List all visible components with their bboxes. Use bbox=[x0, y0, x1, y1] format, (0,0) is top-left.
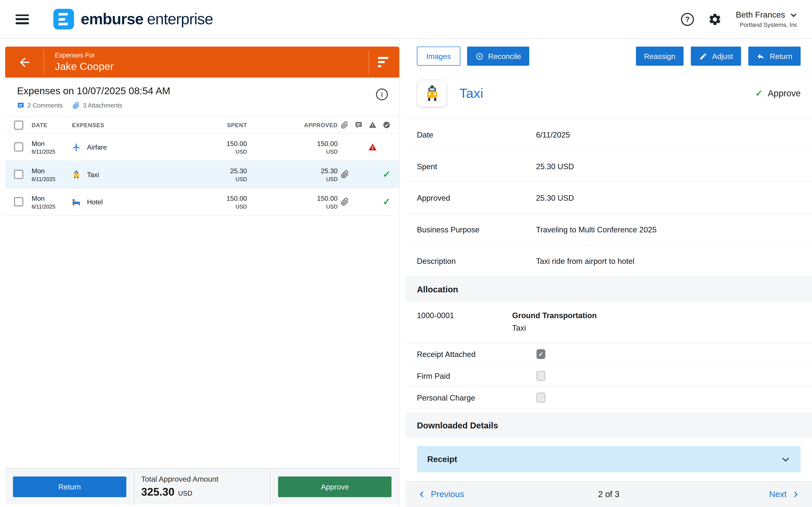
allocation-row: 1000-0001 Ground Transportation Taxi bbox=[406, 302, 812, 343]
comments-link[interactable]: 2 Comments bbox=[17, 102, 63, 109]
previous-label: Previous bbox=[431, 490, 464, 499]
receipt-expander[interactable]: Receipt bbox=[417, 446, 801, 472]
sort-filter-icon[interactable] bbox=[369, 57, 399, 67]
row-date-value: 6/11/2025 bbox=[32, 176, 72, 182]
expense-detail-header: Taxi ✓ Approve bbox=[417, 80, 801, 107]
reassign-button[interactable]: Reassign bbox=[636, 47, 683, 66]
field-label: Date bbox=[417, 130, 536, 139]
check-icon: ✓ bbox=[539, 350, 544, 358]
flag-row-personal-charge: Personal Charge bbox=[406, 387, 812, 409]
approved-check-cell: ✓ bbox=[379, 196, 394, 208]
personal-charge-checkbox[interactable] bbox=[537, 393, 545, 403]
main-content: Expenses For Jake Cooper Expenses on 10/… bbox=[0, 39, 812, 507]
expense-row-airfare[interactable]: Mon 6/11/2025 Airfare 150.00 USD 150.00 … bbox=[5, 133, 399, 161]
expense-detail-panel: Images Reconcile Reassign Adjust Return bbox=[406, 39, 812, 507]
expense-type-icon-card bbox=[417, 80, 447, 107]
approve-cell: Approve bbox=[270, 469, 399, 504]
spent-amount: 25.30 bbox=[190, 167, 247, 175]
previous-button[interactable]: Previous bbox=[418, 490, 464, 499]
next-button[interactable]: Next bbox=[769, 490, 800, 499]
adjust-button[interactable]: Adjust bbox=[691, 47, 741, 66]
flag-label: Receipt Attached bbox=[417, 350, 537, 359]
row-approved: 25.30 USD bbox=[247, 167, 338, 182]
receipt-attached-checkbox[interactable]: ✓ bbox=[537, 349, 545, 359]
field-row-description: Description Taxi ride from airport to ho… bbox=[406, 245, 812, 277]
gear-icon[interactable] bbox=[708, 12, 722, 26]
chevron-down-icon[interactable] bbox=[781, 454, 790, 464]
column-header-warning bbox=[366, 121, 379, 129]
flag-label: Personal Charge bbox=[417, 393, 537, 402]
comment-icon bbox=[355, 121, 363, 129]
total-amount-currency: USD bbox=[178, 490, 192, 497]
spent-amount: 150.00 bbox=[190, 194, 247, 202]
hamburger-menu-icon[interactable] bbox=[15, 14, 29, 24]
select-all-checkbox[interactable] bbox=[14, 120, 23, 129]
field-row-business-purpose: Business Purpose Traveling to Multi Conf… bbox=[406, 214, 812, 245]
flag-label: Firm Paid bbox=[417, 372, 537, 380]
expense-name-label: Hotel bbox=[87, 198, 103, 206]
attachments-link[interactable]: 3 Attachments bbox=[72, 102, 122, 109]
info-icon[interactable]: i bbox=[376, 89, 388, 100]
header-checkbox-cell bbox=[14, 120, 32, 129]
back-button[interactable] bbox=[5, 55, 43, 69]
pagination-position: 2 of 3 bbox=[406, 490, 812, 499]
user-name: Beth Frances bbox=[736, 10, 785, 20]
chevron-down-icon bbox=[790, 11, 798, 19]
allocation-category: Ground Transportation bbox=[512, 311, 597, 320]
column-header-date: DATE bbox=[32, 122, 72, 128]
column-header-attachment bbox=[338, 121, 352, 129]
row-spent: 25.30 USD bbox=[190, 167, 247, 182]
images-button[interactable]: Images bbox=[417, 47, 460, 66]
reconcile-button[interactable]: Reconcile bbox=[467, 47, 529, 66]
expense-row-hotel[interactable]: Mon 6/11/2025 Hotel 150.00 USD 150.00 US… bbox=[5, 188, 399, 216]
paperclip-icon bbox=[72, 102, 80, 109]
row-date: Mon 6/11/2025 bbox=[32, 167, 72, 182]
spent-currency: USD bbox=[190, 148, 247, 155]
approved-currency: USD bbox=[247, 148, 338, 155]
list-action-bar: Return Total Approved Amount 325.30 USD … bbox=[5, 468, 399, 504]
reconcile-label: Reconcile bbox=[488, 52, 521, 60]
return-expense-button[interactable]: Return bbox=[749, 47, 801, 66]
header-divider bbox=[44, 50, 44, 74]
expense-name-label: Taxi bbox=[87, 170, 99, 178]
employee-name: Jake Cooper bbox=[55, 61, 114, 72]
column-header-spent: SPENT bbox=[190, 122, 247, 128]
firm-paid-checkbox[interactable] bbox=[537, 371, 545, 381]
detail-pagination: 2 of 3 Previous Next bbox=[406, 481, 812, 507]
help-icon[interactable]: ? bbox=[681, 13, 694, 25]
row-checkbox[interactable] bbox=[14, 142, 23, 152]
allocation-section-heading: Allocation bbox=[406, 277, 812, 302]
row-checkbox-cell bbox=[14, 142, 32, 152]
approve-button[interactable]: Approve bbox=[278, 476, 392, 497]
back-arrow-icon bbox=[17, 55, 31, 69]
user-menu[interactable]: Beth Frances Portland Systems, Inc bbox=[736, 10, 798, 28]
return-button[interactable]: Return bbox=[13, 476, 126, 497]
allocation-code: 1000-0001 bbox=[417, 311, 512, 332]
row-checkbox[interactable] bbox=[14, 197, 23, 207]
flag-row-receipt-attached: Receipt Attached ✓ bbox=[406, 343, 812, 365]
row-day: Mon bbox=[32, 167, 72, 175]
brand-primary: emburse bbox=[81, 10, 143, 27]
chevron-right-icon bbox=[792, 491, 800, 498]
spent-currency: USD bbox=[190, 203, 247, 209]
row-date-value: 6/11/2025 bbox=[32, 203, 72, 209]
row-day: Mon bbox=[32, 194, 72, 202]
field-value: Traveling to Multi Conference 2025 bbox=[536, 225, 657, 234]
expenses-for-block: Expenses For Jake Cooper bbox=[55, 52, 114, 72]
top-bar: emburseenterprise ? Beth Frances Portlan… bbox=[0, 0, 812, 39]
spent-amount: 150.00 bbox=[190, 139, 247, 147]
expense-name-label: Airfare bbox=[87, 143, 107, 151]
adjust-label: Adjust bbox=[712, 52, 733, 60]
receipt-label: Receipt bbox=[427, 454, 457, 464]
report-meta: 2 Comments 3 Attachments bbox=[17, 102, 170, 109]
return-label: Return bbox=[770, 52, 792, 60]
field-label: Description bbox=[417, 256, 536, 265]
row-approved: 150.00 USD bbox=[247, 139, 338, 155]
warning-cell bbox=[366, 143, 379, 152]
row-checkbox[interactable] bbox=[14, 170, 23, 179]
approve-status-action[interactable]: ✓ Approve bbox=[755, 88, 801, 99]
return-cell: Return bbox=[5, 469, 134, 504]
report-title-block: Expenses on 10/07/2025 08:54 AM 2 Commen… bbox=[17, 86, 170, 109]
approved-amount: 25.30 bbox=[247, 167, 338, 175]
expense-row-taxi[interactable]: Mon 6/11/2025 Taxi 25.30 USD 25.30 USD bbox=[5, 161, 399, 188]
